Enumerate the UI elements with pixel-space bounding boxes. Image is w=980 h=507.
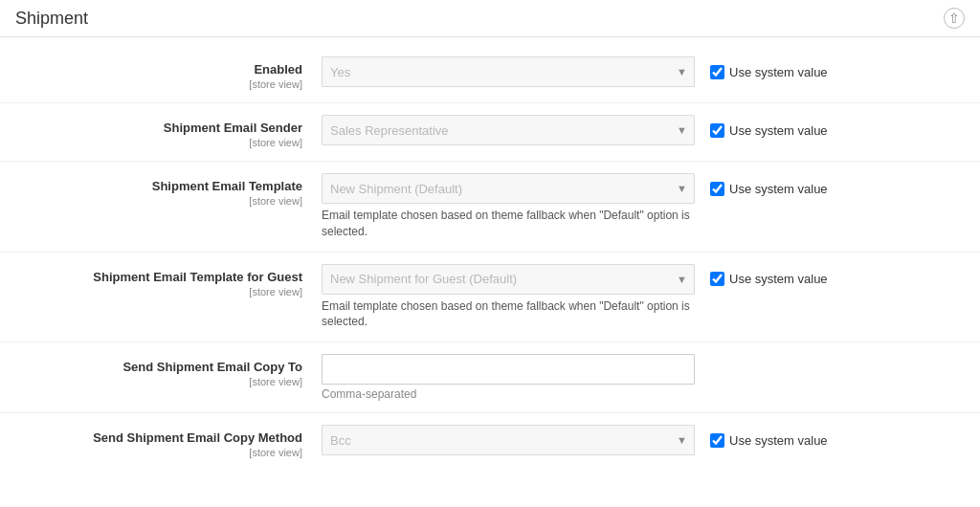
select-shipment_email_template[interactable]: New Shipment (Default): [322, 173, 695, 204]
form-row-enabled: Enabled[store view]YesNo▼Use system valu…: [0, 47, 980, 100]
field-label-enabled: Enabled: [15, 62, 302, 77]
use-system-label-shipment_email_template: Use system value: [729, 182, 828, 196]
select-wrapper-shipment_email_sender: Sales RepresentativeGeneral ContactCusto…: [322, 115, 695, 145]
row-inner-shipment_email_template_guest: New Shipment for Guest (Default)▼Use sys…: [322, 264, 965, 295]
label-col-shipment_email_sender: Shipment Email Sender[store view]: [15, 115, 322, 149]
form-body: Enabled[store view]YesNo▼Use system valu…: [0, 37, 980, 478]
field-label-send_shipment_email_copy_method: Send Shipment Email Copy Method: [15, 430, 302, 445]
label-col-send_shipment_email_copy_to: Send Shipment Email Copy To[store view]: [15, 354, 322, 388]
select-wrapper-enabled: YesNo▼: [322, 56, 695, 87]
select-wrapper-shipment_email_template_guest: New Shipment for Guest (Default)▼: [322, 264, 695, 295]
use-system-checkbox-shipment_email_template_guest[interactable]: [710, 272, 724, 286]
shipment-section: Shipment ⇧ Enabled[store view]YesNo▼Use …: [0, 0, 980, 507]
field-scope-shipment_email_template: [store view]: [249, 195, 302, 207]
row-inner-send_shipment_email_copy_to: [322, 354, 965, 385]
field-scope-send_shipment_email_copy_to: [store view]: [249, 376, 302, 387]
form-row-send_shipment_email_copy_to: Send Shipment Email Copy To[store view]C…: [0, 344, 980, 410]
row-inner-enabled: YesNo▼Use system value: [322, 56, 965, 87]
use-system-value-enabled[interactable]: Use system value: [710, 65, 828, 79]
select-shipment_email_sender[interactable]: Sales RepresentativeGeneral ContactCusto…: [322, 115, 695, 145]
form-row-shipment_email_sender: Shipment Email Sender[store view]Sales R…: [0, 105, 980, 159]
row-inner-send_shipment_email_copy_method: BccSeparate Email▼Use system value: [322, 425, 965, 455]
select-enabled[interactable]: YesNo: [322, 56, 695, 87]
use-system-label-shipment_email_sender: Use system value: [729, 123, 828, 138]
use-system-value-shipment_email_template_guest[interactable]: Use system value: [710, 272, 828, 286]
form-row-shipment_email_template: Shipment Email Template[store view]New S…: [0, 164, 980, 250]
field-label-send_shipment_email_copy_to: Send Shipment Email Copy To: [15, 360, 302, 374]
section-header: Shipment ⇧: [0, 0, 980, 37]
use-system-value-shipment_email_sender[interactable]: Use system value: [710, 123, 828, 138]
field-note-send_shipment_email_copy_to: Comma-separated: [322, 387, 965, 401]
use-system-checkbox-send_shipment_email_copy_method[interactable]: [710, 433, 724, 448]
field-note-shipment_email_template: Email template chosen based on theme fal…: [322, 208, 695, 240]
field-label-shipment_email_template: Shipment Email Template: [15, 179, 302, 193]
form-row-send_shipment_email_copy_method: Send Shipment Email Copy Method[store vi…: [0, 415, 980, 469]
use-system-checkbox-shipment_email_template[interactable]: [710, 182, 724, 196]
control-col-shipment_email_template_guest: New Shipment for Guest (Default)▼Use sys…: [322, 264, 965, 331]
control-col-enabled: YesNo▼Use system value: [322, 56, 965, 87]
use-system-checkbox-shipment_email_sender[interactable]: [710, 123, 724, 138]
use-system-label-enabled: Use system value: [729, 65, 828, 79]
use-system-value-send_shipment_email_copy_method[interactable]: Use system value: [710, 433, 828, 448]
field-label-shipment_email_sender: Shipment Email Sender: [15, 121, 302, 135]
form-row-shipment_email_template_guest: Shipment Email Template for Guest[store …: [0, 254, 980, 341]
use-system-checkbox-enabled[interactable]: [710, 65, 724, 79]
field-note-shipment_email_template_guest: Email template chosen based on theme fal…: [322, 298, 695, 331]
label-col-send_shipment_email_copy_method: Send Shipment Email Copy Method[store vi…: [15, 425, 322, 459]
text-input-send_shipment_email_copy_to[interactable]: [322, 354, 695, 385]
field-scope-enabled: [store view]: [249, 78, 302, 90]
use-system-label-send_shipment_email_copy_method: Use system value: [729, 433, 828, 448]
section-title: Shipment: [15, 9, 88, 29]
field-scope-send_shipment_email_copy_method: [store view]: [249, 447, 302, 458]
control-col-send_shipment_email_copy_to: Comma-separated: [322, 354, 965, 401]
row-inner-shipment_email_template: New Shipment (Default)▼Use system value: [322, 173, 965, 204]
label-col-shipment_email_template: Shipment Email Template[store view]: [15, 173, 322, 208]
select-shipment_email_template_guest[interactable]: New Shipment for Guest (Default): [322, 264, 695, 295]
row-inner-shipment_email_sender: Sales RepresentativeGeneral ContactCusto…: [322, 115, 965, 145]
select-wrapper-shipment_email_template: New Shipment (Default)▼: [322, 173, 695, 204]
control-col-send_shipment_email_copy_method: BccSeparate Email▼Use system value: [322, 425, 965, 455]
use-system-value-shipment_email_template[interactable]: Use system value: [710, 182, 828, 196]
label-col-shipment_email_template_guest: Shipment Email Template for Guest[store …: [15, 264, 322, 298]
control-col-shipment_email_template: New Shipment (Default)▼Use system valueE…: [322, 173, 965, 240]
use-system-label-shipment_email_template_guest: Use system value: [729, 272, 828, 286]
field-scope-shipment_email_template_guest: [store view]: [249, 286, 302, 298]
control-col-shipment_email_sender: Sales RepresentativeGeneral ContactCusto…: [322, 115, 965, 145]
field-scope-shipment_email_sender: [store view]: [249, 137, 302, 148]
collapse-button[interactable]: ⇧: [944, 8, 965, 29]
select-wrapper-send_shipment_email_copy_method: BccSeparate Email▼: [322, 425, 695, 455]
field-label-shipment_email_template_guest: Shipment Email Template for Guest: [15, 270, 302, 284]
select-send_shipment_email_copy_method[interactable]: BccSeparate Email: [322, 425, 695, 455]
label-col-enabled: Enabled[store view]: [15, 56, 322, 91]
